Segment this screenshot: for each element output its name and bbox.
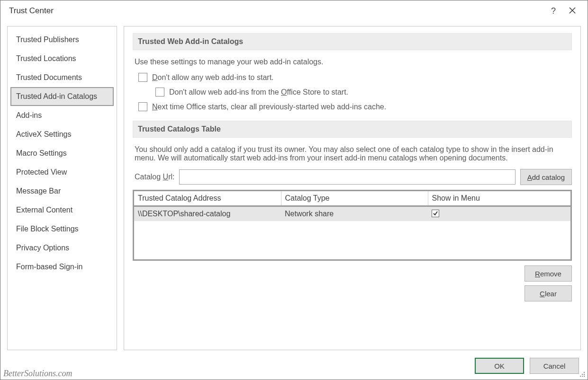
- col-header-type[interactable]: Catalog Type: [281, 191, 428, 206]
- resize-grip[interactable]: [579, 371, 586, 378]
- sidebar-item-label: Trusted Locations: [16, 54, 76, 62]
- option-disallow-office-store[interactable]: Don't allow web add-ins from the Office …: [155, 88, 572, 97]
- catalog-url-row: Catalog Url: Add catalog: [135, 169, 572, 185]
- catalog-url-input[interactable]: [179, 169, 515, 185]
- option-clear-cache[interactable]: Next time Office starts, clear all previ…: [138, 102, 572, 111]
- svg-rect-2: [584, 372, 585, 373]
- sidebar-item-label: Protected View: [16, 168, 67, 176]
- sidebar-item-label: Trusted Documents: [16, 73, 82, 81]
- checkbox-icon: [432, 210, 439, 217]
- trusted-catalogs-table-wrap: Trusted Catalog Address Catalog Type Sho…: [133, 190, 572, 261]
- sidebar-item-label: Macro Settings: [16, 149, 67, 157]
- sidebar-item-macro-settings[interactable]: Macro Settings: [10, 144, 114, 163]
- clear-button[interactable]: Clear: [525, 285, 572, 301]
- sidebar-item-form-based-sign-in[interactable]: Form-based Sign-in: [10, 257, 114, 276]
- sidebar-item-protected-view[interactable]: Protected View: [10, 163, 114, 182]
- cell-address: \\DESKTOP\shared-catalog: [134, 206, 281, 221]
- sidebar-item-privacy-options[interactable]: Privacy Options: [10, 239, 114, 257]
- checkbox-icon: [155, 88, 164, 97]
- option-label: Don't allow web add-ins from the Office …: [169, 88, 348, 97]
- col-header-address[interactable]: Trusted Catalog Address: [134, 191, 281, 206]
- sidebar-item-label: Trusted Publishers: [16, 35, 79, 44]
- section-header-web-addins: Trusted Web Add-in Catalogs: [133, 33, 572, 50]
- sidebar-item-label: Trusted Add-in Catalogs: [16, 92, 97, 100]
- cell-show-in-menu[interactable]: [428, 206, 570, 221]
- section-header-catalogs-table: Trusted Catalogs Table: [133, 121, 572, 138]
- sidebar-item-label: Privacy Options: [16, 244, 69, 252]
- sidebar-item-trusted-publishers[interactable]: Trusted Publishers: [10, 30, 114, 49]
- svg-rect-6: [582, 376, 583, 377]
- svg-rect-5: [584, 376, 585, 377]
- option-label: Don't allow any web add-ins to start.: [152, 73, 274, 82]
- table-action-buttons: Remove Clear: [133, 265, 572, 301]
- section1-description: Use these settings to manage your web ad…: [135, 58, 572, 66]
- svg-rect-4: [582, 374, 583, 375]
- content-pane: Trusted Web Add-in Catalogs Use these se…: [124, 26, 581, 350]
- sidebar-item-add-ins[interactable]: Add-ins: [10, 106, 114, 125]
- category-sidebar: Trusted PublishersTrusted LocationsTrust…: [7, 26, 117, 350]
- sidebar-item-trusted-locations[interactable]: Trusted Locations: [10, 49, 114, 68]
- sidebar-item-label: Add-ins: [16, 111, 42, 119]
- sidebar-item-label: External Content: [16, 206, 72, 214]
- cancel-button[interactable]: Cancel: [530, 358, 579, 374]
- sidebar-item-label: Message Bar: [16, 187, 61, 195]
- ok-button[interactable]: OK: [475, 358, 524, 374]
- sidebar-item-file-block-settings[interactable]: File Block Settings: [10, 220, 114, 239]
- catalog-url-label: Catalog Url:: [135, 173, 174, 181]
- sidebar-item-message-bar[interactable]: Message Bar: [10, 182, 114, 201]
- close-button[interactable]: [563, 1, 582, 20]
- checkbox-icon: [138, 73, 147, 82]
- svg-rect-3: [584, 374, 585, 375]
- sidebar-item-label: ActiveX Settings: [16, 130, 72, 138]
- col-header-show[interactable]: Show in Menu: [428, 191, 570, 206]
- cell-type: Network share: [281, 206, 428, 221]
- option-disallow-web-addins[interactable]: Don't allow any web add-ins to start.: [138, 73, 572, 82]
- option-label: Next time Office starts, clear all previ…: [152, 103, 386, 111]
- window-title: Trust Center: [9, 6, 544, 16]
- sidebar-item-activex-settings[interactable]: ActiveX Settings: [10, 125, 114, 144]
- close-icon: [569, 7, 576, 15]
- sidebar-item-trusted-addin-catalogs[interactable]: Trusted Add-in Catalogs: [10, 87, 114, 106]
- titlebar: Trust Center ?: [0, 0, 588, 21]
- svg-rect-7: [580, 376, 581, 377]
- section2-description: You should only add a catalog if you tru…: [135, 145, 572, 162]
- dialog-body: Trusted PublishersTrusted LocationsTrust…: [0, 21, 588, 353]
- sidebar-item-trusted-documents[interactable]: Trusted Documents: [10, 68, 114, 87]
- sidebar-item-external-content[interactable]: External Content: [10, 201, 114, 220]
- add-catalog-button[interactable]: Add catalog: [520, 169, 572, 185]
- help-icon: ?: [551, 6, 556, 16]
- sidebar-item-label: Form-based Sign-in: [16, 263, 83, 271]
- dialog-footer: OK Cancel: [0, 353, 588, 380]
- table-row[interactable]: \\DESKTOP\shared-catalogNetwork share: [134, 206, 570, 221]
- trust-center-dialog: Trust Center ? Trusted PublishersTrusted…: [0, 0, 588, 380]
- sidebar-item-label: File Block Settings: [16, 225, 79, 233]
- help-button[interactable]: ?: [544, 1, 563, 20]
- remove-button[interactable]: Remove: [525, 265, 572, 282]
- trusted-catalogs-table[interactable]: Trusted Catalog Address Catalog Type Sho…: [134, 191, 570, 221]
- checkbox-icon: [138, 102, 147, 111]
